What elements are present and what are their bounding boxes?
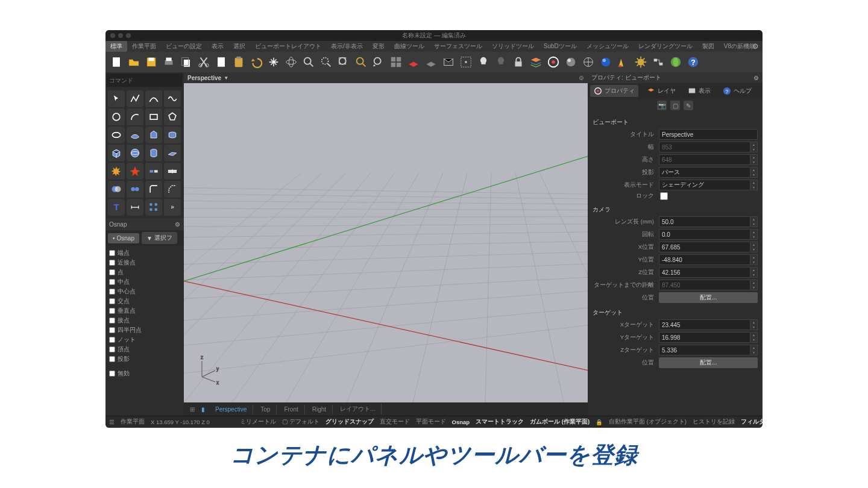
tab-draft[interactable]: 製図 [697, 41, 719, 52]
zoom-window-icon[interactable] [318, 54, 335, 70]
osnap-tan[interactable]: 接点 [109, 316, 180, 325]
extrude-icon[interactable] [145, 127, 162, 143]
rotation-field[interactable]: 0.0 [659, 229, 750, 240]
copy-icon[interactable] [178, 54, 195, 70]
menu-icon[interactable]: ☰ [109, 419, 115, 425]
tab-help[interactable]: ?ヘルプ [719, 85, 755, 97]
frame-icon[interactable]: ▢ [670, 101, 680, 110]
osnap-vertex[interactable]: 頂点 [109, 345, 180, 354]
osnap-quad[interactable]: 四半円点 [109, 325, 180, 335]
tab-solid[interactable]: ソリッドツール [487, 41, 539, 52]
status-ortho[interactable]: 直交モード [380, 418, 410, 426]
tab-curve[interactable]: 曲線ツール [389, 41, 429, 52]
x-field[interactable]: 67.685 [659, 242, 750, 252]
gear-icon[interactable]: ⚙ [579, 75, 584, 81]
join-icon[interactable] [164, 163, 181, 180]
z-field[interactable]: 42.156 [659, 267, 750, 278]
render2-icon[interactable] [615, 54, 632, 70]
paste-icon[interactable] [230, 54, 247, 70]
curve-icon[interactable] [145, 90, 162, 107]
place-target-button[interactable]: 配置... [659, 357, 758, 368]
print-icon[interactable] [160, 54, 177, 70]
target-y-field[interactable]: 16.998 [659, 332, 750, 343]
arc-icon[interactable] [127, 108, 143, 125]
osnap-project[interactable]: 投影 [109, 354, 180, 364]
status-filter[interactable]: フィルタ [741, 418, 763, 426]
ellipse-icon[interactable] [108, 127, 125, 143]
viewport-label[interactable]: Perspective▼ ⚙ [184, 72, 588, 83]
status-gumball[interactable]: ガムボール (作業平面) [530, 418, 590, 426]
plane-icon[interactable] [164, 145, 181, 161]
tab-visibility[interactable]: 表示/非表示 [326, 41, 368, 52]
viewport[interactable]: z y x [184, 83, 588, 402]
lock-checkbox[interactable] [660, 192, 668, 200]
light-icon[interactable] [475, 54, 492, 70]
tab-front[interactable]: Front [278, 405, 304, 414]
cplane-icon[interactable] [405, 54, 422, 70]
zoom-extents-icon[interactable] [335, 54, 352, 70]
target-z-field[interactable]: 5.336 [659, 345, 750, 355]
loft-icon[interactable] [164, 127, 181, 143]
title-field[interactable]: Perspective [659, 129, 758, 140]
surface-icon[interactable] [127, 127, 143, 143]
window-controls[interactable] [110, 33, 131, 38]
tab-cplane[interactable]: 作業平面 [127, 41, 161, 52]
tab-subd[interactable]: SubDツール [539, 41, 582, 52]
display-mode-select[interactable]: シェーディング [659, 180, 750, 190]
text-icon[interactable]: T [108, 199, 125, 216]
status-smart[interactable]: スマートトラック [476, 418, 524, 426]
zoom-sel-icon[interactable] [353, 54, 370, 70]
save-icon[interactable] [143, 54, 160, 70]
tab-transform[interactable]: 変形 [368, 41, 389, 52]
osnap-mid[interactable]: 中点 [109, 277, 180, 287]
osnap-near[interactable]: 近接点 [109, 258, 180, 267]
osnap-cen[interactable]: 中心点 [109, 287, 180, 296]
y-field[interactable]: -48.840 [659, 254, 750, 265]
layers-icon[interactable] [527, 54, 544, 70]
grid-icon[interactable]: ⊞ [187, 406, 197, 413]
pointer-icon[interactable] [108, 90, 125, 107]
cylinder-icon[interactable] [145, 145, 162, 161]
grasshopper-icon[interactable] [650, 54, 667, 70]
chamfer-icon[interactable] [164, 181, 181, 198]
help-icon[interactable]: ? [685, 54, 702, 70]
gear-icon[interactable]: ⚙ [753, 75, 759, 81]
tab-standard[interactable]: 標準 [105, 41, 127, 52]
pan-icon[interactable] [265, 54, 282, 70]
material-icon[interactable] [562, 54, 579, 70]
more-icon[interactable]: » [164, 199, 181, 216]
command-input[interactable] [109, 77, 186, 84]
fillet-icon[interactable] [145, 181, 162, 198]
projection-select[interactable]: パース [659, 167, 750, 178]
camera-icon[interactable]: 📷 [657, 101, 667, 110]
tab-top[interactable]: Top [254, 405, 277, 414]
tab-vplayout[interactable]: ビューポートレイアウト [250, 41, 326, 52]
place-camera-button[interactable]: 配置... [659, 292, 758, 303]
split-icon[interactable] [145, 163, 162, 180]
osnap-end[interactable]: 端点 [109, 248, 180, 258]
tab-layout[interactable]: レイアウト... [334, 404, 382, 414]
status-cplane[interactable]: 作業平面 [121, 418, 145, 426]
tab-properties[interactable]: プロパティ [590, 85, 638, 97]
set-view-icon[interactable] [458, 54, 474, 70]
lens-field[interactable]: 50.0 [659, 216, 750, 227]
polyline-icon[interactable] [127, 90, 143, 107]
box-icon[interactable] [108, 145, 125, 161]
wand-icon[interactable]: ✎ [684, 101, 693, 110]
osnap-int[interactable]: 交点 [109, 296, 180, 306]
lock-icon[interactable] [510, 54, 527, 70]
tab-display[interactable]: 表示 [207, 41, 228, 52]
array-icon[interactable] [145, 199, 162, 216]
tab-viewset[interactable]: ビューの設定 [161, 41, 207, 52]
copy2-icon[interactable] [213, 54, 230, 70]
tab-display[interactable]: 表示 [684, 85, 714, 97]
status-gridsnap[interactable]: グリッドスナップ [326, 418, 374, 426]
wireframe-icon[interactable] [580, 54, 597, 70]
target-x-field[interactable]: 23.445 [659, 319, 750, 330]
tab-right[interactable]: Right [306, 405, 333, 414]
single-icon[interactable]: ▮ [198, 406, 208, 413]
status-autocplane[interactable]: 自動作業平面 (オブジェクト) [609, 418, 687, 426]
explode-icon[interactable] [108, 163, 125, 180]
curve2-icon[interactable] [164, 90, 181, 107]
circle-icon[interactable] [108, 108, 125, 125]
